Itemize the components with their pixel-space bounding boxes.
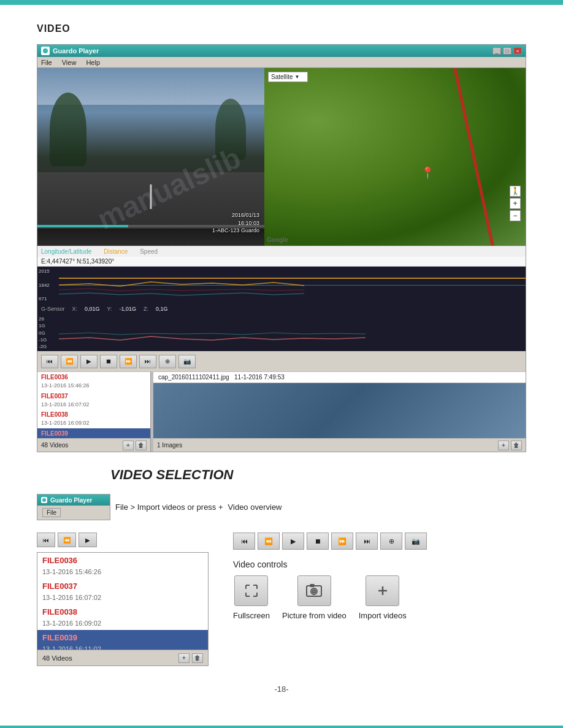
- play-button[interactable]: ▶: [80, 355, 98, 368]
- big-rewind[interactable]: ⏪: [258, 533, 280, 550]
- image-preview-bg: [153, 383, 526, 438]
- image-count: 1 Images: [157, 442, 182, 449]
- gsensor-chart-labels: 26 1G 0G -1G -2G: [37, 314, 59, 351]
- menu-view[interactable]: View: [62, 59, 77, 66]
- file-list-footer: 48 Videos + 🗑: [37, 438, 150, 452]
- gsensor-z-label: Z:: [144, 306, 148, 312]
- small-play[interactable]: ▶: [79, 533, 97, 547]
- pegman-icon[interactable]: 🚶: [510, 186, 521, 197]
- mini-app-window: Guardo Player File: [37, 494, 110, 520]
- minimize-button[interactable]: _: [492, 47, 501, 55]
- big-stop[interactable]: ⏹: [307, 533, 329, 550]
- big-play[interactable]: ▶: [282, 533, 304, 550]
- stop-button[interactable]: ⏹: [100, 355, 117, 368]
- map-marker: 📍: [421, 166, 434, 180]
- delete-image-button[interactable]: 🗑: [511, 441, 522, 450]
- gsensor-row: G-Sensor X: 0,01G Y: -1,01G Z: 0,1G: [37, 303, 526, 314]
- fullscreen-button[interactable]: ⊕: [159, 355, 176, 368]
- file-list: FILE0036 13-1-2016 15:46:26 FILE0037 13-…: [37, 372, 150, 438]
- delete-video-button[interactable]: 🗑: [136, 441, 147, 450]
- file-item-0038[interactable]: FILE0038 13-1-2016 16:09:02: [37, 409, 150, 428]
- big-file-name-0037: FILE0037: [42, 580, 203, 593]
- video-plate: 1-ABC-123 Guardo: [212, 227, 259, 235]
- mini-app-icon: [41, 497, 47, 503]
- big-playback-controls: ⏮ ⏪ ▶ ⏹ ⏩ ⏭ ⊕ 📷: [233, 533, 526, 550]
- longitude-label: Longitude/Latitude: [41, 248, 91, 255]
- data-row: Longitude/Latitude Distance Speed: [37, 246, 526, 257]
- import-description: File > Import videos or press +: [115, 502, 223, 512]
- top-bar: [0, 0, 563, 5]
- map-satellite: 📍 Satellite ▼ 🚶 + − Google: [264, 68, 526, 246]
- chart-v1: 2015: [39, 268, 58, 274]
- map-panel: 📍 Satellite ▼ 🚶 + − Google: [264, 68, 526, 246]
- big-fast-forward[interactable]: ⏩: [331, 533, 353, 550]
- zoom-out-button[interactable]: −: [510, 210, 521, 221]
- video-count: 48 Videos: [41, 442, 68, 449]
- gsensor-label-bot: -2G: [39, 344, 58, 349]
- big-delete-video[interactable]: 🗑: [192, 653, 203, 663]
- import-section: Guardo Player File File > Import videos …: [37, 494, 526, 520]
- import-videos-button[interactable]: [366, 575, 399, 606]
- big-file-date-0036: 13-1-2016 15:46:26: [42, 567, 203, 577]
- gsensor-chart-svg: [59, 314, 526, 351]
- big-video-count: 48 Videos: [42, 654, 72, 662]
- small-rewind[interactable]: ⏪: [58, 533, 76, 547]
- fast-forward-button[interactable]: ⏩: [120, 355, 137, 368]
- big-skip-end[interactable]: ⏭: [356, 533, 378, 550]
- big-footer-btns: + 🗑: [178, 653, 203, 663]
- big-file-item-0039[interactable]: FILE0039 13-1-2016 16:11:02: [37, 630, 208, 650]
- big-file-item-0037[interactable]: FILE0037 13-1-2016 16:07:02: [37, 578, 208, 604]
- picture-from-video-button[interactable]: [297, 575, 331, 606]
- fullscreen-icon-button[interactable]: [234, 575, 268, 606]
- tree-right: [215, 99, 246, 160]
- maximize-button[interactable]: □: [503, 47, 511, 55]
- skip-start-button[interactable]: ⏮: [41, 355, 58, 368]
- big-file-item-0038[interactable]: FILE0038 13-1-2016 16:09:02: [37, 604, 208, 630]
- menu-file[interactable]: File: [41, 59, 52, 66]
- menu-help[interactable]: Help: [86, 59, 100, 66]
- video-panel: 2016/01/13 16:10:03 1-ABC-123 Guardo: [37, 68, 264, 246]
- big-file-item-0036[interactable]: FILE0036 13-1-2016 15:46:26: [37, 553, 208, 578]
- window-controls[interactable]: _ □ ×: [492, 47, 522, 55]
- playback-bar: ⏮ ⏪ ▶ ⏹ ⏩ ⏭ ⊕ 📷: [37, 351, 526, 372]
- big-file-list: FILE0036 13-1-2016 15:46:26 FILE0037 13-…: [37, 552, 209, 650]
- big-file-name-0036: FILE0036: [42, 555, 203, 567]
- big-skip-start[interactable]: ⏮: [233, 533, 255, 550]
- mini-file-menu[interactable]: File: [42, 508, 61, 517]
- big-add-video[interactable]: +: [178, 653, 190, 663]
- main-app-window: Guardo Player _ □ × File View Help: [37, 44, 526, 452]
- bottom-panels: FILE0036 13-1-2016 15:46:26 FILE0037 13-…: [37, 372, 526, 452]
- gsensor-chart: 26 1G 0G -1G -2G: [37, 314, 526, 351]
- bottom-bar: [0, 726, 563, 728]
- skip-end-button[interactable]: ⏭: [139, 355, 156, 368]
- gsensor-label-neg: -1G: [39, 337, 58, 343]
- zoom-in-button[interactable]: +: [510, 198, 521, 209]
- file-list-container: FILE0036 13-1-2016 15:46:26 FILE0037 13-…: [37, 372, 151, 452]
- big-fullscreen[interactable]: ⊕: [380, 533, 402, 550]
- file-item-0037[interactable]: FILE0037 13-1-2016 16:07:02: [37, 391, 150, 410]
- add-video-button[interactable]: +: [123, 441, 134, 450]
- gsensor-y-label: Y:: [107, 306, 112, 312]
- mini-app-title: Guardo Player: [50, 497, 92, 504]
- file-name-0039: FILE0039: [41, 430, 147, 438]
- close-button[interactable]: ×: [513, 47, 522, 55]
- small-skip-start[interactable]: ⏮: [37, 533, 55, 547]
- image-panel: cap_20160111102411.jpg 11-1-2016 7:49:53…: [153, 372, 526, 452]
- menu-bar: File View Help: [37, 57, 526, 68]
- file-list-footer-btns: + 🗑: [123, 441, 147, 450]
- section-title: VIDEO: [37, 23, 526, 34]
- file-item-0036[interactable]: FILE0036 13-1-2016 15:46:26: [37, 372, 150, 391]
- satellite-dropdown[interactable]: Satellite ▼: [268, 72, 308, 82]
- image-name: cap_20160111102411.jpg: [158, 374, 229, 381]
- file-item-0039[interactable]: FILE0039 13-1-2016 16:11:02: [37, 428, 150, 438]
- rewind-button[interactable]: ⏪: [61, 355, 78, 368]
- picture-from-video-group: Picture from video: [282, 575, 347, 620]
- svg-point-1: [42, 498, 46, 502]
- page-number: -18-: [37, 684, 526, 694]
- big-file-date-0039: 13-1-2016 16:11:02: [42, 644, 203, 651]
- big-capture[interactable]: 📷: [405, 533, 427, 550]
- add-image-button[interactable]: +: [498, 441, 509, 450]
- progress-bar-bg[interactable]: [37, 225, 264, 227]
- right-panel: ⏮ ⏪ ▶ ⏹ ⏩ ⏭ ⊕ 📷 Video controls: [233, 533, 526, 666]
- capture-button[interactable]: 📷: [178, 355, 196, 368]
